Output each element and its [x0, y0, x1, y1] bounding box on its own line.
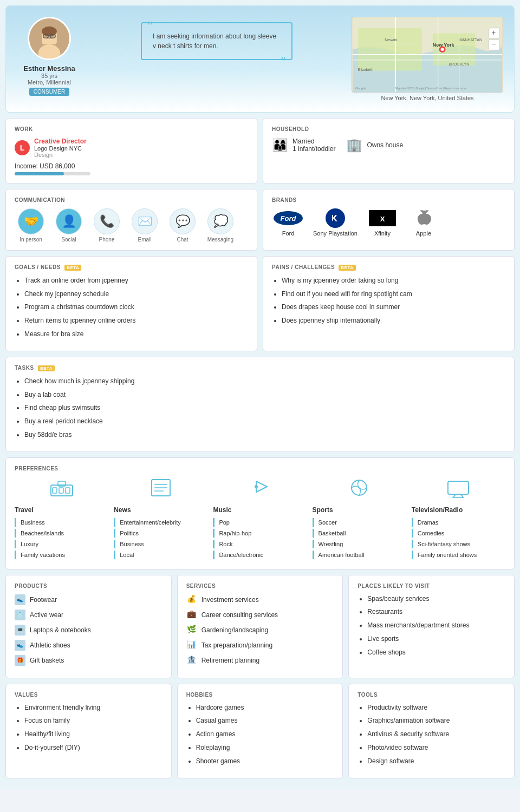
- gift-icon: 🎁: [15, 655, 25, 666]
- preferences-card: PREFERENCES Travel Business Beaches/isla…: [5, 457, 515, 569]
- laptop-icon: 💻: [15, 625, 25, 636]
- tv-title: Television/Radio: [412, 506, 505, 514]
- pains-card: PAINS / CHALLENGES BETA Why is my jcpenn…: [263, 256, 515, 351]
- service-item: 🌿 Gardening/landscaping: [186, 625, 334, 636]
- pref-item: Basketball: [313, 529, 406, 538]
- pref-item: Family vacations: [15, 551, 108, 559]
- pref-item: Rap/hip-hop: [213, 529, 307, 538]
- profile-left: Esther Messina 35 yrs Metro, Millennial …: [17, 17, 82, 96]
- svg-rect-39: [59, 488, 63, 493]
- company-name: Logo Design NYC: [34, 145, 87, 152]
- news-icon: [114, 477, 207, 503]
- brand-playstation: Sony Playstation: [313, 208, 358, 237]
- profile-map-section: Newark New York Elizabeth MANHATTAN BROO…: [352, 17, 503, 101]
- list-item: Photo/video software: [367, 743, 505, 752]
- list-item: Why is my jcpenney order taking so long: [282, 276, 505, 285]
- comm-in-person: 🤝 In person: [15, 208, 47, 243]
- consulting-icon: 💼: [186, 610, 197, 620]
- values-card: VALUES Environment friendly living Focus…: [5, 684, 172, 778]
- product-item: 👟 Athletic shoes: [15, 640, 162, 651]
- quote-close: ": [281, 55, 286, 68]
- pref-item: Dance/electronic: [213, 551, 307, 559]
- list-item: Track an online order from jcpenney: [24, 276, 248, 285]
- company-logo: L: [15, 140, 30, 155]
- list-item: Buy a lab coat: [24, 390, 505, 400]
- company-dept: Design: [34, 152, 87, 158]
- comm-social: 👤 Social: [53, 208, 85, 243]
- service-item: 🏦 Retirement planning: [186, 655, 334, 666]
- in-person-icon: 🤝: [18, 208, 44, 234]
- music-title: Music: [213, 506, 307, 514]
- pref-item: Local: [114, 551, 207, 559]
- communication-title: COMMUNICATION: [15, 197, 248, 203]
- pref-item: Soccer: [313, 518, 406, 527]
- values-list: Environment friendly living Focus on fam…: [15, 703, 162, 752]
- profile-name: Esther Messina: [23, 64, 75, 73]
- tax-icon: 📊: [186, 640, 197, 651]
- comm-email: ✉️ Email: [128, 208, 161, 243]
- children-info: 1 infant/toddler: [292, 145, 335, 153]
- music-icon: [213, 477, 307, 503]
- preferences-grid: Travel Business Beaches/islands Luxury F…: [15, 477, 505, 561]
- list-item: Buy 58dd/e bras: [24, 430, 505, 440]
- household-home: 🏢 Owns house: [346, 137, 403, 153]
- product-item: 💻 Laptops & notebooks: [15, 625, 162, 636]
- pref-news: News Entertainment/celebrity Politics Bu…: [114, 477, 207, 561]
- list-item: Graphics/animation software: [367, 716, 505, 725]
- email-icon: ✉️: [132, 208, 158, 234]
- list-item: Find cheap plus swimsuits: [24, 403, 505, 412]
- comm-phone: 📞 Phone: [90, 208, 123, 243]
- sports-icon: [313, 477, 406, 503]
- pref-item: Rock: [213, 540, 307, 548]
- profile-location: Metro, Millennial: [28, 79, 71, 86]
- comm-chat: 💬 Chat: [166, 208, 199, 243]
- tools-card: TOOLS Productivity software Graphics/ani…: [348, 684, 515, 778]
- goals-beta: BETA: [64, 265, 81, 271]
- garden-icon: 🌿: [186, 625, 197, 636]
- work-card: WORK L Creative Director Logo Design NYC…: [5, 118, 257, 184]
- map-placeholder: Newark New York Elizabeth MANHATTAN BROO…: [352, 17, 503, 93]
- svg-text:−: −: [491, 40, 496, 48]
- family-icon: 👨‍👩‍👦: [272, 137, 288, 153]
- svg-text:Elizabeth: Elizabeth: [358, 68, 373, 71]
- apple-logo: [407, 208, 440, 228]
- list-item: Restaurants: [367, 607, 505, 617]
- quote-text: I am seeking information about long slee…: [153, 31, 281, 51]
- svg-text:+: +: [491, 29, 496, 37]
- income-label: Income: USD 86,000: [15, 162, 248, 170]
- pains-list: Why is my jcpenney order taking so long …: [272, 276, 505, 325]
- list-item: Healthy/fit living: [24, 730, 162, 739]
- household-items: 👨‍👩‍👦 Married 1 infant/toddler 🏢 Owns ho…: [272, 137, 505, 153]
- playstation-logo: [319, 208, 352, 228]
- list-item: Coffee shops: [367, 648, 505, 657]
- svg-rect-40: [66, 488, 70, 493]
- product-item: 👕 Active wear: [15, 610, 162, 620]
- chat-icon: 💬: [170, 208, 196, 234]
- pref-item: Dramas: [412, 518, 505, 527]
- profile-age: 35 yrs: [41, 73, 57, 79]
- xfinity-logo: X: [366, 208, 399, 228]
- pref-item: Business: [15, 518, 108, 527]
- income-bar: [15, 172, 90, 175]
- svg-rect-49: [448, 481, 469, 494]
- list-item: Hardcore games: [196, 703, 334, 712]
- pref-tv: Television/Radio Dramas Comedies Sci-fi/…: [412, 477, 505, 561]
- tools-title: TOOLS: [358, 692, 505, 698]
- communication-icons: 🤝 In person 👤 Social 📞 Phone ✉️ Email 💬: [15, 208, 248, 243]
- retirement-icon: 🏦: [186, 655, 197, 666]
- messaging-icon: 💭: [207, 208, 233, 234]
- list-item: Program a christmas countdown clock: [24, 303, 248, 312]
- goals-title: GOALS / NEEDS BETA: [15, 264, 248, 271]
- list-item: Environment friendly living: [24, 703, 162, 712]
- svg-point-47: [255, 485, 258, 488]
- pref-item: Comedies: [412, 529, 505, 538]
- home-status: Owns house: [367, 141, 403, 149]
- pref-item: American football: [313, 551, 406, 559]
- news-title: News: [114, 506, 207, 514]
- profile-quote-section: " I am seeking information about long sl…: [93, 17, 341, 66]
- tasks-list: Check how much is jcpenney shipping Buy …: [15, 377, 505, 440]
- list-item: Check how much is jcpenney shipping: [24, 377, 505, 386]
- brands-card: BRANDS Ford Ford: [263, 189, 515, 251]
- list-item: Spas/beauty services: [367, 594, 505, 604]
- svg-rect-37: [51, 485, 73, 496]
